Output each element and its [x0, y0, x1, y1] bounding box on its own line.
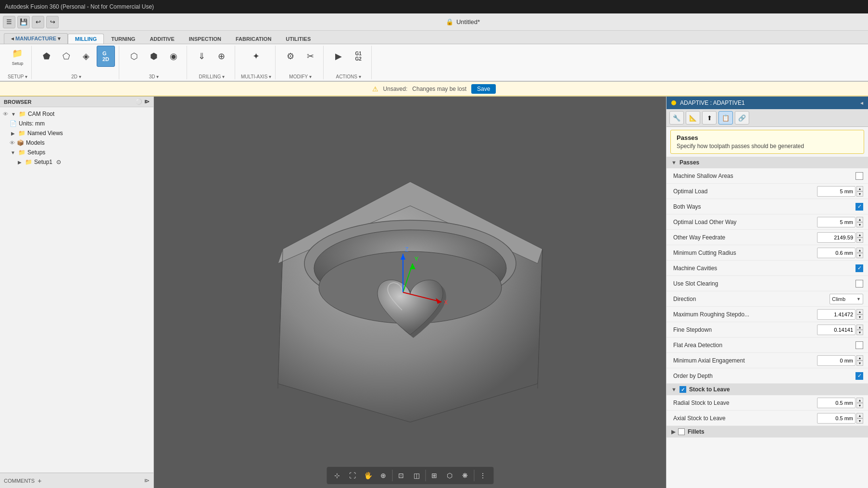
- axial-stock-to-leave-down[interactable]: ▼: [856, 418, 863, 424]
- use-slot-clearing-checkbox[interactable]: [855, 280, 863, 288]
- move-tool[interactable]: ⛶: [346, 469, 359, 482]
- max-roughing-stepdown-down[interactable]: ▼: [856, 314, 863, 320]
- setup-btn[interactable]: 📁 Setup: [8, 46, 26, 67]
- tab-turning[interactable]: TURNING: [104, 34, 142, 44]
- browser-collapse-btn[interactable]: ⚪: [136, 99, 142, 105]
- app-menu-btn[interactable]: ☰: [3, 16, 15, 28]
- drilling-btn2[interactable]: ⊕: [213, 46, 231, 67]
- passes-section-header[interactable]: ▼ Passes: [667, 157, 868, 168]
- direction-dropdown[interactable]: Climb ▼: [830, 294, 863, 304]
- other-way-feedrate-down[interactable]: ▼: [856, 238, 863, 243]
- tab-manufacture-btn[interactable]: ◂ MANUFACTURE ▾: [4, 33, 68, 44]
- 3d-btn3[interactable]: ◉: [164, 46, 183, 67]
- tab-additive[interactable]: ADDITIVE: [142, 34, 181, 44]
- both-ways-checkbox[interactable]: ✓: [855, 203, 863, 211]
- fillets-section-checkbox[interactable]: [678, 428, 685, 435]
- 3d-btn2[interactable]: ⬢: [145, 46, 163, 67]
- toggle-cam-root[interactable]: ▼: [10, 111, 17, 117]
- optimal-load-other-way-input[interactable]: [817, 217, 855, 227]
- order-by-depth-checkbox[interactable]: ✓: [855, 372, 863, 380]
- tab-utilities[interactable]: UTILITIES: [278, 34, 318, 44]
- expand-panel-icon[interactable]: ◂: [860, 100, 863, 106]
- linking-tab-btn[interactable]: 🔗: [735, 111, 749, 125]
- machine-shallow-checkbox[interactable]: [855, 172, 863, 180]
- max-roughing-stepdown-input[interactable]: [817, 309, 855, 320]
- viewport[interactable]: Y Z X ⊹ ⛶ 🖐 ⊕ ⊡ ◫ ⊞: [154, 97, 666, 488]
- 2d-btn1[interactable]: ⬟: [38, 46, 56, 67]
- stock-to-leave-section-header[interactable]: ▼ ✓ Stock to Leave: [667, 384, 868, 395]
- optimal-load-other-way-up[interactable]: ▲: [856, 217, 863, 222]
- other-way-feedrate-input[interactable]: [817, 232, 855, 243]
- eye-icon-models[interactable]: 👁: [10, 140, 15, 146]
- multiaxis-btn1[interactable]: ✦: [247, 46, 265, 67]
- tree-item-models[interactable]: 👁 📦 Models: [0, 138, 153, 148]
- g-code-btn[interactable]: G2D: [97, 46, 115, 67]
- 2d-btn2[interactable]: ⬠: [57, 46, 75, 67]
- toggle-named-views[interactable]: ▶: [10, 130, 16, 137]
- undo-btn[interactable]: ↩: [32, 16, 44, 28]
- display-style-tool[interactable]: ◫: [410, 469, 423, 482]
- eye-icon-cam-root[interactable]: 👁: [3, 111, 8, 117]
- tool-tab-btn[interactable]: 🔧: [669, 111, 684, 125]
- min-axial-engagement-down[interactable]: ▼: [856, 361, 863, 366]
- select-tool[interactable]: ⊹: [330, 469, 344, 482]
- passes-tab-btn[interactable]: 📋: [718, 111, 733, 125]
- machine-cavities-checkbox[interactable]: ✓: [855, 264, 863, 272]
- axial-stock-to-leave-up[interactable]: ▲: [856, 413, 863, 418]
- save-toolbar-btn[interactable]: 💾: [17, 16, 30, 28]
- fine-stepdown-up[interactable]: ▲: [856, 325, 863, 330]
- min-axial-engagement-input[interactable]: [817, 355, 855, 366]
- drilling-btn1[interactable]: ⇓: [193, 46, 211, 67]
- min-axial-engagement-up[interactable]: ▲: [856, 355, 863, 361]
- tree-item-setups[interactable]: ▼ 📁 Setups: [0, 148, 153, 157]
- 2d-btn3[interactable]: ◈: [77, 46, 95, 67]
- flat-area-detection-checkbox[interactable]: [855, 341, 863, 349]
- env-tool[interactable]: ❋: [458, 469, 472, 482]
- optimal-load-other-way-down[interactable]: ▼: [856, 222, 863, 227]
- fit-tool[interactable]: ⊡: [394, 469, 408, 482]
- toggle-setups[interactable]: ▼: [10, 149, 16, 156]
- radial-stock-to-leave-down[interactable]: ▼: [856, 403, 863, 408]
- add-comment-btn[interactable]: +: [38, 477, 41, 485]
- 3d-btn1[interactable]: ⬡: [125, 46, 143, 67]
- fine-stepdown-down[interactable]: ▼: [856, 330, 863, 335]
- g1g2-btn[interactable]: G1G2: [349, 46, 367, 67]
- min-cutting-radius-input[interactable]: [817, 248, 855, 258]
- other-way-feedrate-up[interactable]: ▲: [856, 232, 863, 238]
- tree-item-named-views[interactable]: ▶ 📁 Named Views: [0, 128, 153, 138]
- save-button[interactable]: Save: [471, 84, 496, 94]
- max-roughing-stepdown-up[interactable]: ▲: [856, 309, 863, 314]
- tab-inspection[interactable]: INSPECTION: [182, 34, 228, 44]
- tab-milling[interactable]: MILLING: [68, 34, 104, 44]
- grid-tool[interactable]: ⊞: [428, 469, 441, 482]
- toggle-setup1[interactable]: ▶: [16, 159, 23, 165]
- browser-expand-btn[interactable]: ⧐: [144, 99, 150, 105]
- radial-stock-to-leave-up[interactable]: ▲: [856, 398, 863, 403]
- axial-stock-to-leave-input[interactable]: [817, 413, 855, 424]
- modify-btn2[interactable]: ✂: [301, 46, 319, 67]
- optimal-load-input[interactable]: [817, 186, 855, 197]
- tree-item-setup1[interactable]: ▶ 📁 Setup1 ⊙: [0, 157, 153, 167]
- geometry-tab-btn[interactable]: 📐: [686, 111, 700, 125]
- filter-tool[interactable]: ⋮: [476, 469, 490, 482]
- comments-expand-icon[interactable]: ⧐: [144, 477, 150, 484]
- simulate-btn[interactable]: ▶: [329, 46, 348, 67]
- fine-stepdown-input[interactable]: [817, 325, 855, 335]
- pan-tool[interactable]: 🖐: [361, 469, 375, 482]
- tree-item-cam-root[interactable]: 👁 ▼ 📁 CAM Root: [0, 109, 153, 119]
- tab-fabrication[interactable]: FABRICATION: [228, 34, 278, 44]
- redo-btn[interactable]: ↪: [46, 16, 59, 28]
- heights-tab-btn[interactable]: ⬆: [702, 111, 717, 125]
- tree-item-units[interactable]: 📄 Units: mm: [0, 119, 153, 128]
- stock-to-leave-section-checkbox[interactable]: ✓: [679, 386, 686, 393]
- optimal-load-up[interactable]: ▲: [856, 186, 863, 191]
- visual-style-tool[interactable]: ⬡: [443, 469, 456, 482]
- optimal-load-down[interactable]: ▼: [856, 191, 863, 197]
- radial-stock-to-leave-input[interactable]: [817, 398, 855, 408]
- min-cutting-radius-up[interactable]: ▲: [856, 248, 863, 253]
- modify-btn1[interactable]: ⚙: [281, 46, 300, 67]
- modify-label: MODIFY ▾: [289, 74, 311, 79]
- fillets-section-header[interactable]: ▶ Fillets: [667, 426, 868, 438]
- min-cutting-radius-down[interactable]: ▼: [856, 253, 863, 258]
- zoom-tool[interactable]: ⊕: [377, 469, 390, 482]
